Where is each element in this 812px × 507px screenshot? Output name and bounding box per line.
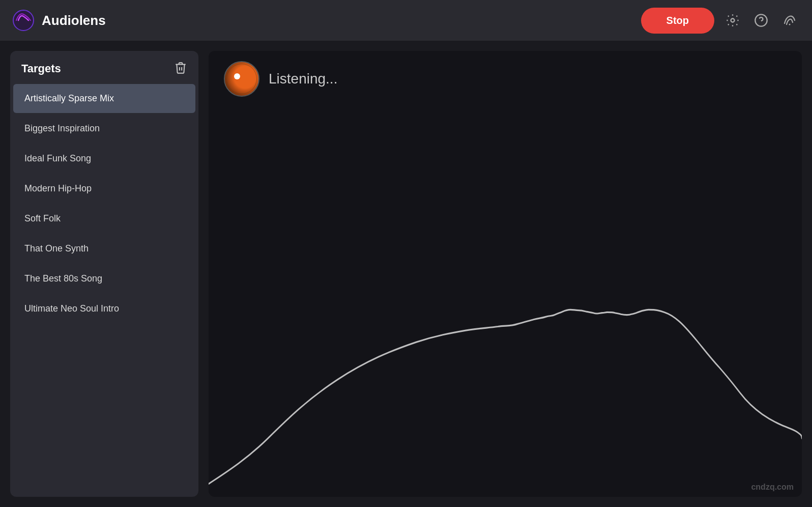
stop-button[interactable]: Stop bbox=[641, 8, 714, 34]
delete-target-button[interactable] bbox=[174, 61, 187, 76]
content-area: Listening... cndzq.com bbox=[209, 51, 802, 497]
header-left: Audiolens bbox=[12, 9, 106, 32]
sidebar-item-soft-folk[interactable]: Soft Folk bbox=[13, 204, 195, 233]
gear-icon bbox=[726, 13, 740, 27]
header-right: Stop bbox=[641, 8, 800, 34]
listening-header: Listening... bbox=[209, 51, 802, 107]
app-logo-icon bbox=[12, 9, 35, 32]
help-button[interactable] bbox=[751, 10, 771, 31]
vinyl-ring bbox=[226, 64, 257, 94]
sidebar-item-ideal-funk-song[interactable]: Ideal Funk Song bbox=[13, 144, 195, 173]
frequency-chart: cndzq.com bbox=[209, 107, 802, 497]
svg-point-1 bbox=[731, 19, 735, 22]
vinyl-dot bbox=[234, 73, 240, 79]
sidebar-item-artistically-sparse-mix[interactable]: Artistically Sparse Mix bbox=[13, 84, 195, 113]
sidebar-item-the-best-80s-song[interactable]: The Best 80s Song bbox=[13, 264, 195, 293]
signal-icon bbox=[782, 13, 797, 27]
header: Audiolens Stop bbox=[0, 0, 812, 41]
main-layout: Targets Artistically Sparse Mix Biggest … bbox=[0, 41, 812, 507]
sidebar-item-that-one-synth[interactable]: That One Synth bbox=[13, 234, 195, 263]
listening-status-text: Listening... bbox=[269, 71, 337, 87]
sidebar-item-modern-hip-hop[interactable]: Modern Hip-Hop bbox=[13, 174, 195, 203]
sidebar-item-ultimate-neo-soul-intro[interactable]: Ultimate Neo Soul Intro bbox=[13, 294, 195, 323]
sidebar-title: Targets bbox=[21, 62, 61, 75]
sidebar-header: Targets bbox=[10, 51, 198, 84]
waveform-svg bbox=[209, 107, 802, 497]
sidebar: Targets Artistically Sparse Mix Biggest … bbox=[10, 51, 198, 497]
app-title: Audiolens bbox=[42, 13, 106, 29]
listening-animation-icon bbox=[224, 61, 259, 97]
targets-list: Artistically Sparse Mix Biggest Inspirat… bbox=[10, 84, 198, 324]
help-circle-icon bbox=[754, 13, 768, 27]
settings-button[interactable] bbox=[722, 10, 743, 31]
sidebar-item-biggest-inspiration[interactable]: Biggest Inspiration bbox=[13, 114, 195, 143]
trash-icon bbox=[174, 61, 187, 74]
signal-button[interactable] bbox=[779, 10, 800, 31]
watermark: cndzq.com bbox=[751, 483, 794, 492]
